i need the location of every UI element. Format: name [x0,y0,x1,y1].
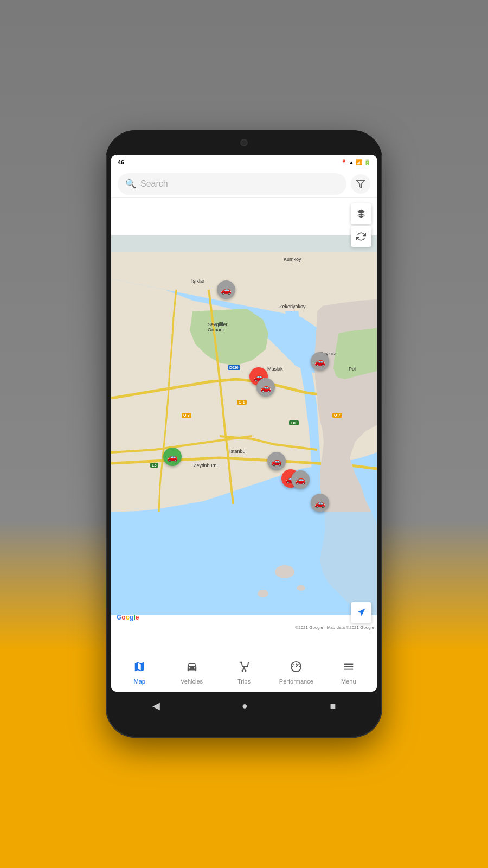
battery-icon: 🔋 [364,159,370,165]
nav-label-menu: Menu [341,678,356,685]
status-icons: 📍 ▲ 📶 🔋 [341,159,370,165]
home-button[interactable]: ● [242,700,248,712]
menu-nav-icon [343,661,355,676]
bottom-nav: Map Vehicles [111,653,377,692]
svg-point-6 [242,670,243,671]
car-icon [186,661,198,673]
map-copyright: ©2021 Google · Map data ©2021 Google [295,625,374,630]
car-marker-6[interactable]: 🚗 [267,452,286,470]
navigation-button[interactable] [351,602,371,623]
road-badge-o3: O-3 [182,413,191,418]
navigation-icon [356,608,366,617]
trips-nav-icon [238,661,250,676]
map-area[interactable]: Kumköy Işıklar Zekeriyaköy SevgililerOrm… [111,198,377,653]
recents-button[interactable]: ■ [330,700,336,712]
performance-nav-icon [290,661,302,676]
signal-icon: 📶 [356,159,362,165]
phone-shell: 46 📍 ▲ 📶 🔋 🔍 Search [106,130,382,738]
status-bar: 46 📍 ▲ 📶 🔋 [111,155,377,170]
nav-label-trips: Trips [237,678,251,685]
nav-item-map[interactable]: Map [120,659,158,687]
refresh-button[interactable] [351,226,371,247]
nav-label-vehicles: Vehicles [181,678,203,685]
map-svg [111,198,377,653]
search-bar: 🔍 Search [111,170,377,198]
nav-label-map: Map [133,678,145,685]
svg-point-2 [275,565,294,578]
wifi-icon: ▲ [349,159,354,165]
filter-icon [356,179,365,189]
gauge-icon [290,661,302,673]
car-marker-4[interactable]: 🚗 [256,378,275,397]
nav-item-menu[interactable]: Menu [330,659,368,687]
svg-marker-0 [357,180,365,188]
search-icon: 🔍 [125,178,136,189]
trips-icon [238,661,250,673]
location-icon: 📍 [341,159,347,165]
menu-icon [343,661,355,673]
nav-item-vehicles[interactable]: Vehicles [173,659,211,687]
svg-point-7 [245,670,246,671]
phone-top-bar [106,130,382,155]
search-placeholder: Search [140,179,168,189]
filter-button[interactable] [351,174,370,194]
google-logo: Google [117,614,139,621]
refresh-icon [356,232,366,241]
map-nav-icon [133,661,145,676]
nav-item-performance[interactable]: Performance [277,659,315,687]
nav-item-trips[interactable]: Trips [225,659,263,687]
vehicles-nav-icon [186,661,198,676]
map-icon [133,661,145,673]
road-badge-e5: E5 [150,463,158,468]
camera [240,139,248,146]
status-time: 46 [118,159,124,165]
road-badge-o7: O-7 [332,413,342,418]
android-nav: ◀ ● ■ [111,692,377,720]
svg-point-4 [297,585,305,591]
layers-icon [356,209,366,219]
svg-point-3 [258,590,268,597]
back-button[interactable]: ◀ [152,700,160,712]
nav-label-performance: Performance [279,678,313,685]
road-badge-o1: O-1 [237,400,247,405]
svg-marker-5 [357,609,365,616]
map-controls [351,203,371,247]
car-marker-8[interactable]: 🚗 [291,470,310,489]
search-input-container[interactable]: 🔍 Search [118,173,346,195]
car-marker-9[interactable]: 🚗 [311,494,329,512]
car-marker-1[interactable]: 🚗 [217,280,235,299]
car-marker-2[interactable]: 🚗 [311,352,329,371]
road-badge-e80: E80 [289,420,299,425]
car-marker-5[interactable]: 🚗 [163,448,182,466]
layers-button[interactable] [351,203,371,224]
screen: 46 📍 ▲ 📶 🔋 🔍 Search [111,155,377,692]
road-badge-d020: D020 [228,365,240,370]
